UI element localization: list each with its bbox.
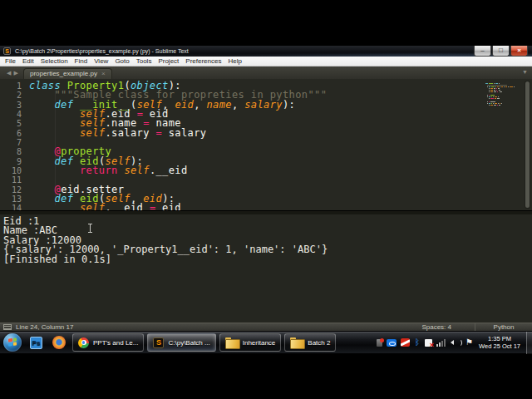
minimap-segment — [500, 86, 500, 87]
minimap-segment — [505, 86, 507, 87]
indentation-setting[interactable]: Spaces: 4 — [421, 323, 475, 331]
minimap-segment — [490, 95, 494, 96]
taskbar-button-photoshop[interactable]: Ps — [27, 333, 46, 352]
taskbar-button-label: PPT's and Le... — [93, 339, 138, 347]
syntax-setting[interactable]: Python — [475, 323, 532, 331]
minimap-segment — [497, 91, 498, 92]
minimap-segment — [490, 101, 495, 102]
code-token — [29, 202, 80, 210]
teamviewer-icon[interactable] — [387, 339, 397, 347]
minimap-segment — [510, 86, 512, 87]
minimap-segment — [496, 90, 497, 91]
minimap-segment — [504, 86, 505, 87]
minimap-segment — [489, 101, 490, 102]
action-center-flag-icon[interactable]: ⚑ — [466, 338, 473, 347]
line-number: 13 — [0, 195, 22, 204]
volume-icon[interactable] — [451, 338, 461, 347]
menu-item-preferences[interactable]: Preferences — [182, 57, 224, 66]
scrollbar-thumb[interactable] — [525, 81, 530, 208]
minimap-segment — [495, 83, 498, 84]
code-token: return — [80, 165, 124, 176]
mouse-ibeam-cursor — [87, 224, 93, 233]
bluetooth-icon[interactable]: ᛒ — [414, 338, 421, 347]
taskbar-button-chrome-ppt-s-and-le-[interactable]: PPT's and Le... — [72, 333, 144, 352]
minimap-segment — [501, 103, 502, 104]
minimap-segment — [487, 101, 488, 102]
code-token: self — [80, 127, 106, 139]
minimize-button[interactable]: – — [474, 46, 491, 57]
menu-item-selection[interactable]: Selection — [37, 57, 71, 66]
taskbar-button-label: Inheritance — [243, 339, 276, 347]
device-icon[interactable] — [377, 339, 382, 347]
minimap-segment — [489, 98, 490, 99]
context-panel-icon[interactable] — [3, 324, 12, 330]
network-icon[interactable] — [436, 338, 446, 347]
line-number: 12 — [0, 185, 22, 195]
minimap[interactable] — [485, 82, 522, 106]
code-token: salary — [244, 99, 283, 111]
clock-time: 1:35 PM — [479, 335, 520, 342]
tab-forward-icon[interactable]: ▶ — [13, 70, 20, 76]
minimap-segment — [494, 88, 495, 89]
menu-item-find[interactable]: Find — [71, 57, 91, 66]
code-area: 1class Property1(object):2 """Sample cla… — [0, 81, 482, 210]
show-desktop-button[interactable] — [526, 332, 532, 354]
taskbar-button-folder-batch-2[interactable]: Batch 2 — [284, 333, 336, 352]
code-line: 14 self.__eid = eid — [0, 204, 482, 210]
taskbar-button-sublime-c-py-batch-[interactable]: SC:\py\Batch ... — [147, 333, 215, 352]
minimap-segment — [500, 103, 501, 104]
restore-button[interactable]: □ — [492, 46, 510, 57]
tab-properties-example[interactable]: properties_example.py× — [23, 68, 112, 79]
minimap-segment — [494, 83, 495, 84]
code-token: = — [150, 202, 156, 210]
window-title: C:\py\Batch 2\Properties\properties_exam… — [15, 46, 189, 57]
code-text: return self.__eid — [29, 165, 188, 176]
minimap-segment — [501, 86, 503, 87]
minimap-segment — [489, 103, 490, 104]
minimap-segment — [498, 88, 500, 89]
clock-date: Wed 25 Oct 17 — [479, 342, 520, 350]
menu-item-edit[interactable]: Edit — [19, 57, 37, 66]
radeon-icon[interactable] — [401, 338, 410, 347]
minimap-segment — [485, 83, 488, 84]
minimap-segment — [489, 86, 490, 87]
code-token: .salary — [106, 127, 156, 139]
code-token: name — [207, 99, 233, 111]
menu-item-view[interactable]: View — [91, 57, 111, 66]
taskbar-button-firefox[interactable] — [49, 333, 69, 352]
tab-nav-arrows[interactable]: ◀▶ — [7, 70, 21, 76]
menu-item-goto[interactable]: Goto — [111, 57, 132, 66]
taskbar-button-folder-inheritance[interactable]: Inheritance — [219, 333, 282, 352]
windows-logo-icon — [8, 337, 17, 346]
title-bar[interactable]: S C:\py\Batch 2\Properties\properties_ex… — [0, 46, 532, 57]
sync-error-icon[interactable] — [425, 339, 432, 347]
tab-label: properties_example.py — [30, 70, 97, 77]
menu-item-help[interactable]: Help — [224, 57, 244, 66]
tab-close-icon[interactable]: × — [101, 70, 106, 77]
taskbar-clock[interactable]: 1:35 PM Wed 25 Oct 17 — [473, 335, 526, 350]
line-number: 9 — [0, 157, 22, 166]
sublime-window: S C:\py\Batch 2\Properties\properties_ex… — [0, 46, 532, 331]
menu-item-file[interactable]: File — [2, 57, 19, 66]
minimap-segment — [514, 86, 515, 87]
menu-item-project[interactable]: Project — [155, 57, 182, 66]
build-output-panel[interactable]: Eid :1Name :ABCSalary :12000{'salary': 1… — [0, 214, 532, 323]
code-token: self — [80, 202, 106, 210]
minimap-segment — [491, 103, 493, 104]
close-button[interactable]: × — [510, 46, 528, 57]
code-token: salary — [162, 127, 206, 139]
minimap-segment — [489, 91, 490, 92]
tab-overflow-icon[interactable]: ▼ — [522, 69, 528, 75]
chrome-icon — [78, 337, 89, 348]
menu-item-tools[interactable]: Tools — [133, 57, 155, 66]
start-button[interactable] — [3, 333, 22, 352]
minimap-segment — [495, 98, 496, 99]
code-editor[interactable]: 1class Property1(object):2 """Sample cla… — [0, 79, 532, 210]
minimap-segment — [489, 90, 490, 91]
minimap-segment — [487, 95, 488, 96]
firefox-icon — [52, 336, 66, 349]
minimap-segment — [494, 91, 497, 92]
minimap-segment — [489, 83, 493, 84]
minimap-segment — [490, 98, 493, 99]
editor-scrollbar[interactable] — [525, 81, 530, 209]
